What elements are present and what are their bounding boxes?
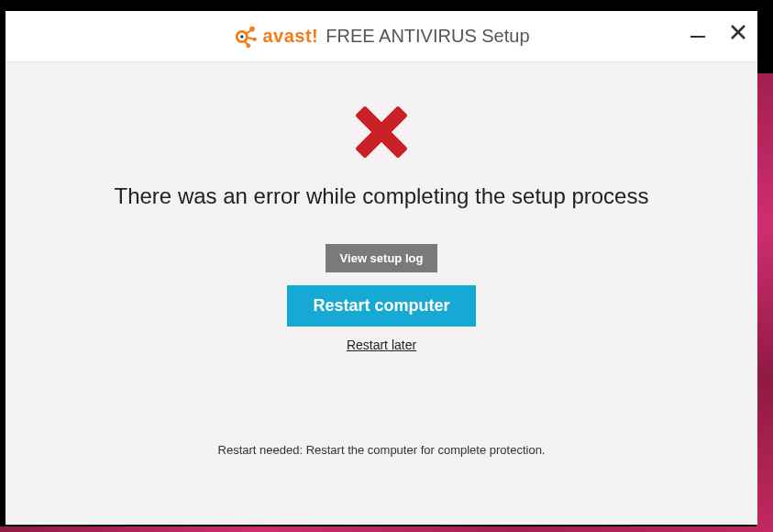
restart-computer-button[interactable]: Restart computer: [287, 285, 475, 327]
content-area: There was an error while completing the …: [6, 62, 757, 525]
minimize-icon: [689, 23, 707, 41]
desktop-backdrop-right: [756, 73, 773, 532]
svg-line-6: [248, 37, 254, 39]
close-icon: [729, 23, 747, 41]
titlebar: avast! FREE ANTIVIRUS Setup: [6, 11, 757, 62]
window-title: FREE ANTIVIRUS Setup: [326, 26, 529, 47]
svg-point-1: [240, 35, 244, 39]
avast-logo-icon: [233, 24, 259, 50]
close-button[interactable]: [724, 18, 752, 46]
desktop-backdrop-bottom: [0, 526, 773, 532]
footer-note: Restart needed: Restart the computer for…: [6, 443, 757, 457]
svg-line-5: [246, 30, 251, 34]
avast-logo: avast!: [233, 24, 318, 50]
error-heading: There was an error while completing the …: [115, 183, 649, 209]
setup-window: avast! FREE ANTIVIRUS Setup Th: [6, 11, 757, 525]
title-group: avast! FREE ANTIVIRUS Setup: [233, 24, 529, 50]
svg-line-7: [245, 40, 248, 44]
minimize-button[interactable]: [684, 18, 712, 46]
restart-later-link[interactable]: Restart later: [347, 338, 416, 352]
brand-name: avast!: [262, 26, 318, 47]
error-icon: [348, 99, 414, 169]
window-controls: [684, 18, 752, 46]
view-setup-log-button[interactable]: View setup log: [326, 244, 438, 272]
